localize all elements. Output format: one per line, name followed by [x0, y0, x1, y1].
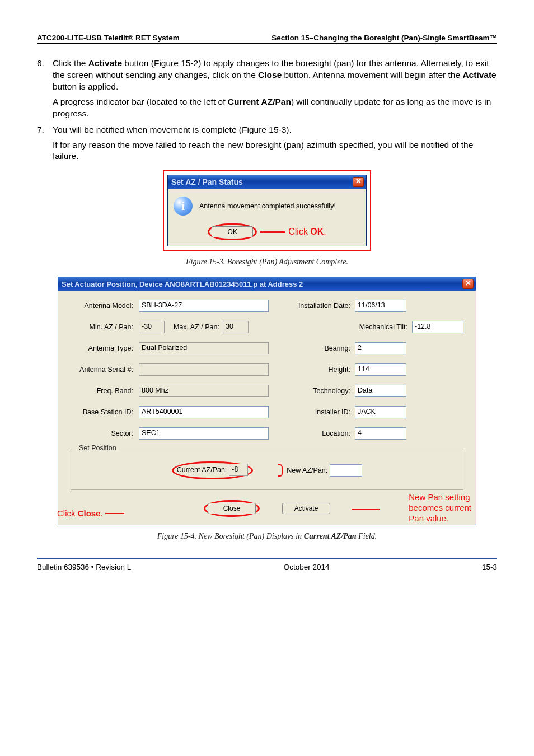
label-bearing: Bearing:: [288, 344, 355, 352]
field-installation-date[interactable]: 11/06/13: [355, 300, 406, 312]
label-antenna-type: Antenna Type:: [71, 344, 139, 352]
dialog-actuator-titlebar[interactable]: Set Actuator Position, Device ANO8ARTLAB…: [58, 277, 476, 291]
page-footer: Bulletin 639536 • Revision L October 201…: [37, 558, 497, 571]
label-max-az: Max. AZ / Pan:: [174, 323, 219, 331]
dialog-status-title: Set AZ / Pan Status: [171, 178, 353, 186]
step-7-para-2: If for any reason the move failed to rea…: [53, 139, 497, 163]
label-installation-date: Installation Date:: [288, 302, 355, 310]
field-base-station-id[interactable]: ART5400001: [139, 406, 269, 418]
label-mech-tilt: Mechanical Tilt:: [345, 323, 412, 331]
ok-button-highlight: OK: [208, 223, 257, 240]
activate-button[interactable]: Activate: [282, 503, 330, 514]
step-6-number: 6.: [37, 58, 53, 93]
field-location[interactable]: 4: [355, 427, 406, 440]
ok-button[interactable]: OK: [212, 226, 253, 237]
click-ok-annotation: Click OK.: [288, 227, 326, 237]
new-az-highlight-curve: [278, 464, 283, 477]
current-az-highlight: Current AZ/Pan: -8: [172, 461, 254, 479]
field-new-az[interactable]: [330, 464, 362, 477]
page-header: ATC200-LITE-USB Teletilt® RET System Sec…: [37, 34, 497, 44]
label-new-az: New AZ/Pan:: [287, 466, 327, 474]
close-button-highlight: Close: [204, 500, 260, 517]
label-current-az: Current AZ/Pan:: [177, 466, 227, 474]
field-max-az: 30: [223, 321, 249, 333]
label-sector: Sector:: [71, 430, 139, 437]
header-left: ATC200-LITE-USB Teletilt® RET System: [37, 34, 180, 42]
label-location: Location:: [288, 430, 355, 437]
field-height[interactable]: 114: [355, 363, 406, 376]
dialog-status-message: Antenna movement completed successfully!: [199, 202, 336, 210]
field-antenna-model[interactable]: SBH-3DA-27: [139, 300, 269, 312]
dialog-actuator-title: Set Actuator Position, Device ANO8ARTLAB…: [62, 280, 462, 288]
field-bearing[interactable]: 2: [355, 342, 406, 354]
footer-center: October 2014: [284, 563, 330, 571]
figure-15-4-caption: Figure 15-4. New Boresight (Pan) Display…: [37, 532, 497, 541]
dialog-status-titlebar[interactable]: Set AZ / Pan Status ✕: [168, 175, 366, 189]
step-7-number: 7.: [37, 124, 53, 136]
field-mech-tilt[interactable]: -12.8: [412, 321, 463, 333]
info-icon: i: [174, 197, 193, 216]
field-antenna-type: Dual Polarized: [139, 342, 269, 354]
click-close-annotation: Click Close.: [57, 508, 124, 518]
close-icon[interactable]: ✕: [353, 177, 364, 187]
field-freq-band: 800 Mhz: [139, 385, 269, 397]
label-height: Height:: [288, 366, 355, 374]
step-7-para-1: You will be notified when movement is co…: [53, 124, 292, 136]
close-button[interactable]: Close: [208, 503, 256, 514]
label-serial: Antenna Serial #:: [71, 366, 139, 374]
step-6-para-2: A progress indicator bar (located to the…: [53, 96, 497, 120]
set-position-group: Set Position Current AZ/Pan: -8 New AZ/P…: [71, 449, 463, 490]
close-icon[interactable]: ✕: [462, 279, 474, 289]
label-min-az: Min. AZ / Pan:: [71, 323, 139, 331]
field-serial: [139, 363, 269, 376]
new-pan-callout-line: [352, 509, 380, 510]
dialog-actuator-window: Set Actuator Position, Device ANO8ARTLAB…: [58, 277, 476, 525]
field-current-az: -8: [229, 464, 248, 476]
header-right: Section 15–Changing the Boresight (Pan)-…: [271, 34, 497, 42]
field-technology[interactable]: Data: [355, 385, 406, 397]
field-sector[interactable]: SEC1: [139, 427, 269, 440]
footer-left: Bulletin 639536 • Revision L: [37, 563, 131, 571]
new-pan-annotation: New Pan setting becomes current Pan valu…: [409, 492, 471, 524]
label-antenna-model: Antenna Model:: [71, 302, 139, 310]
step-6-para-1: Click the Activate button (Figure 15-2) …: [53, 58, 497, 93]
label-installer-id: Installer ID:: [288, 408, 355, 416]
dialog-status-highlight-frame: Set AZ / Pan Status ✕ i Antenna movement…: [163, 170, 371, 251]
footer-right: 15-3: [482, 563, 497, 571]
field-installer-id[interactable]: JACK: [355, 406, 406, 418]
figure-15-3-caption: Figure 15-3. Boresight (Pan) Adjustment …: [37, 258, 497, 267]
label-technology: Technology:: [288, 387, 355, 395]
label-freq-band: Freq. Band:: [71, 387, 139, 395]
dialog-status-window: Set AZ / Pan Status ✕ i Antenna movement…: [167, 175, 367, 246]
set-position-group-label: Set Position: [77, 444, 119, 452]
field-min-az: -30: [139, 321, 165, 333]
callout-line: [260, 231, 285, 233]
label-base-station-id: Base Station ID:: [71, 408, 139, 416]
